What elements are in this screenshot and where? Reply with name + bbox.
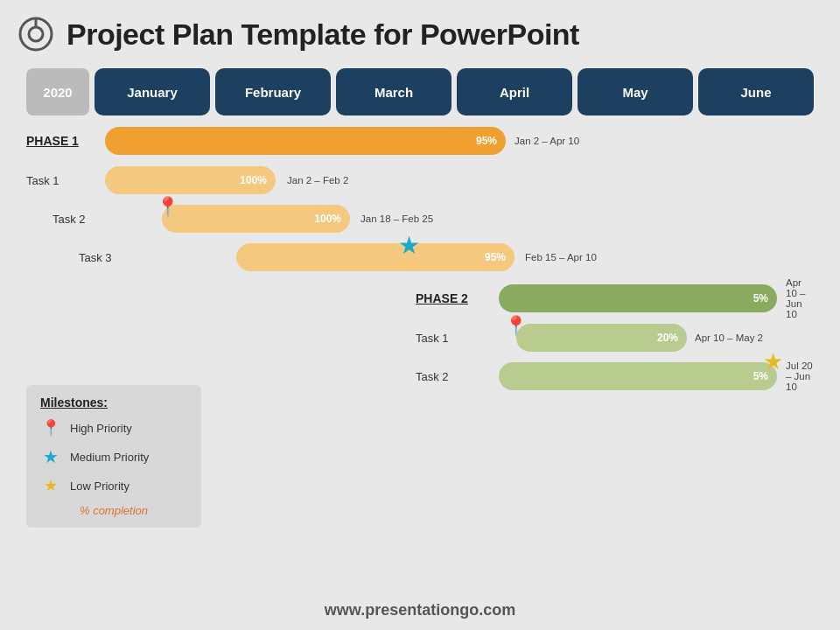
phase1-task3-dates: Feb 15 – Apr 10 — [525, 252, 597, 262]
page-title: Project Plan Template for PowerPoint — [66, 18, 579, 52]
phase1-task1-dates: Jan 2 – Feb 2 — [287, 175, 348, 186]
phase2-task2-label: Task 2 — [416, 370, 449, 383]
gantt-chart: PHASE 1 95% Jan 2 – Apr 10 Task 1 100% J… — [26, 124, 814, 378]
phase1-dates: Jan 2 – Apr 10 — [514, 136, 579, 146]
month-jun: June — [698, 68, 814, 116]
phase2-row: PHASE 2 5% Apr 10 – Jun 10 — [26, 282, 814, 315]
completion-label: % completion — [40, 504, 187, 517]
phase1-task3-label: Task 3 — [79, 251, 112, 264]
low-priority-label: Low Priority — [70, 480, 130, 493]
bottom-section: Milestones: 📍 High Priority ★ Medium Pri… — [26, 385, 814, 528]
medium-priority-icon: ★ — [40, 446, 61, 467]
month-jan: January — [94, 68, 210, 116]
phase1-task3-bar: 95% — [236, 243, 514, 271]
phase1-task1-row: Task 1 100% Jan 2 – Feb 2 — [26, 164, 814, 196]
phase1-task2-bar: 100% — [162, 205, 350, 233]
phase2-task1-label: Task 1 — [416, 332, 449, 345]
phase2-task2-bar: 5% — [499, 362, 777, 390]
legend-item-medium: ★ Medium Priority — [40, 446, 187, 467]
phase2-task1-row: Task 1 📍 20% Apr 10 – May 2 — [26, 322, 814, 354]
svg-point-1 — [29, 27, 43, 41]
legend-item-low: ★ Low Priority — [40, 476, 187, 495]
year-label: 2020 — [26, 68, 89, 116]
phase1-task1-bar: 100% — [105, 166, 276, 194]
header: Project Plan Template for PowerPoint — [0, 0, 840, 61]
red-pin-icon-p2t1: 📍 — [504, 315, 528, 338]
month-apr: April — [457, 68, 572, 116]
legend-item-high: 📍 High Priority — [40, 418, 187, 438]
footer-text: www.presentationgo.com — [325, 601, 515, 619]
phase1-task3-pct: 95% — [485, 251, 506, 263]
high-priority-label: High Priority — [70, 422, 132, 435]
phase1-task1-label: Task 1 — [26, 174, 60, 187]
blue-star-icon-task3: ★ — [398, 231, 420, 260]
phase1-task2-row: Task 2 📍 100% Jan 18 – Feb 25 — [26, 203, 814, 234]
phase1-task2-dates: Jan 18 – Feb 25 — [360, 214, 433, 224]
phase2-task2-dates: Jul 20 – Jun 10 — [786, 360, 814, 392]
legend-title: Milestones: — [40, 396, 187, 410]
gold-star-icon-p2t2: ★ — [763, 348, 783, 375]
footer: www.presentationgo.com — [0, 601, 840, 620]
red-pin-icon-task2: 📍 — [156, 196, 179, 219]
month-header-row: 2020 January February March April May Ju… — [26, 68, 814, 116]
phase2-bar: 5% — [499, 284, 777, 312]
phase2-task1-pct: 20% — [657, 332, 678, 344]
phase2-task1-bar: 20% — [516, 324, 687, 352]
phase1-pct: 95% — [476, 135, 497, 147]
phase1-task2-pct: 100% — [314, 213, 341, 225]
phase1-row: PHASE 1 95% Jan 2 – Apr 10 — [26, 124, 814, 158]
medium-priority-label: Medium Priority — [70, 451, 149, 464]
phase1-label: PHASE 1 — [26, 134, 79, 148]
phase1-task2-label: Task 2 — [52, 213, 86, 226]
phase2-dates: Apr 10 – Jun 10 — [786, 277, 814, 319]
phase2-pct: 5% — [753, 292, 768, 304]
phase2-task2-row: Task 2 5% ★ Jul 20 – Jun 10 — [26, 360, 814, 392]
low-priority-icon: ★ — [40, 476, 61, 495]
header-icon — [18, 16, 54, 52]
phase1-task3-row: Task 3 95% ★ Feb 15 – Apr 10 — [26, 242, 814, 273]
month-mar: March — [336, 68, 452, 116]
phase2-task1-dates: Apr 10 – May 2 — [695, 332, 763, 343]
month-may: May — [578, 68, 693, 116]
high-priority-icon: 📍 — [40, 418, 61, 438]
legend-box: Milestones: 📍 High Priority ★ Medium Pri… — [26, 385, 201, 528]
phase2-label: PHASE 2 — [416, 291, 468, 305]
month-feb: February — [215, 68, 331, 116]
phase1-bar: 95% — [105, 127, 506, 155]
phase1-task1-pct: 100% — [240, 174, 267, 186]
